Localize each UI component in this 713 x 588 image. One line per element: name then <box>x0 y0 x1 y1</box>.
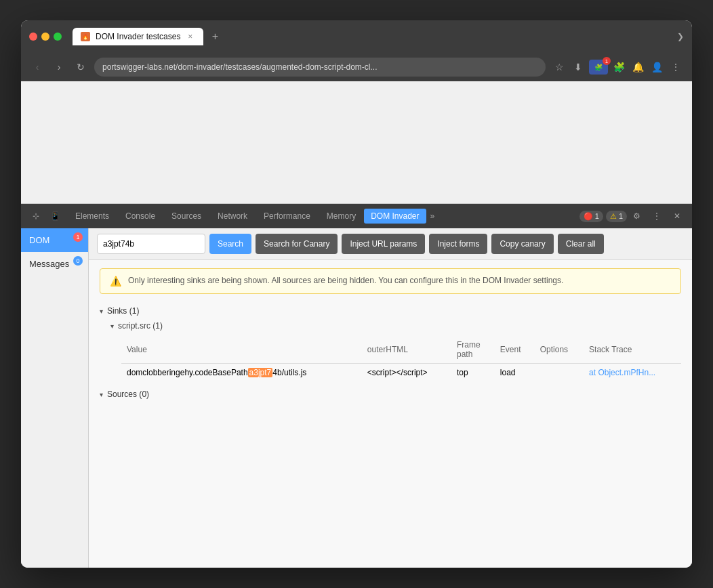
sidebar-item-messages[interactable]: Messages 0 <box>21 252 88 276</box>
forward-button[interactable]: › <box>51 59 67 75</box>
table-row[interactable]: domclobberingehy.codeBasePatha3jpt74b/ut… <box>121 364 681 382</box>
puzzle-icon-button[interactable]: 🧩 <box>611 59 627 75</box>
cell-frame-path: top <box>451 364 495 382</box>
messages-badge: 0 <box>73 256 83 266</box>
tab-elements[interactable]: Elements <box>67 207 117 225</box>
device-toolbar-button[interactable]: 📱 <box>45 207 64 226</box>
page-content <box>21 81 692 203</box>
controls-bar: Search Search for Canary Inject URL para… <box>89 228 692 260</box>
value-prefix: domclobberingehy.codeBasePath <box>127 368 248 377</box>
sidebar-item-dom[interactable]: DOM 1 <box>21 228 88 252</box>
tab-close-button[interactable]: ✕ <box>186 32 195 41</box>
browser-actions: ☆ ⬇ 🧩 1 🧩 🔔 👤 ⋮ <box>551 59 684 75</box>
browser-tab-active[interactable]: 🔥 DOM Invader testcases ✕ <box>73 28 203 45</box>
download-button[interactable]: ⬇ <box>570 59 586 75</box>
refresh-button[interactable]: ↻ <box>73 59 89 75</box>
error-badge[interactable]: 🔴 1 <box>579 211 603 222</box>
profile-button[interactable]: 👤 <box>649 59 665 75</box>
menu-button[interactable]: ⋮ <box>668 59 684 75</box>
sinks-table: Value outerHTML Framepath Event Options … <box>121 336 681 381</box>
tab-bar: 🔥 DOM Invader testcases ✕ + ❯ <box>73 28 684 45</box>
browser-window: 🔥 DOM Invader testcases ✕ + ❯ ‹ › ↻ ☆ ⬇ … <box>21 20 692 568</box>
sources-section: ▾ Sources (0) <box>100 387 681 402</box>
select-element-button[interactable]: ⊹ <box>26 207 45 226</box>
sinks-section: ▾ Sinks (1) ▾ script.src (1) <box>100 303 681 381</box>
main-content: ⚠️ Only interesting sinks are being show… <box>89 260 692 568</box>
address-input[interactable] <box>94 58 546 77</box>
inject-forms-button[interactable]: Inject forms <box>429 234 487 254</box>
col-value: Value <box>121 336 362 364</box>
tab-memory[interactable]: Memory <box>319 207 364 225</box>
col-outerhtml: outerHTML <box>362 336 451 364</box>
minimize-traffic-light[interactable] <box>41 33 49 41</box>
search-for-canary-button[interactable]: Search for Canary <box>256 234 338 254</box>
stack-trace-link[interactable]: at Object.mPfHn... <box>589 368 655 377</box>
sources-label: Sources (0) <box>107 390 149 399</box>
devtools-panel: ⊹ 📱 Elements Console Sources Network Per… <box>21 203 692 568</box>
sinks-subsection-arrow-icon: ▾ <box>110 322 114 330</box>
tab-performance[interactable]: Performance <box>256 207 319 225</box>
settings-button[interactable]: ⚙ <box>627 207 646 226</box>
value-highlight: a3jpt7 <box>248 368 273 377</box>
tab-console[interactable]: Console <box>117 207 163 225</box>
dom-badge: 1 <box>73 232 83 242</box>
value-suffix: 4b/utils.js <box>272 368 306 377</box>
extension-badge: 1 <box>603 57 611 65</box>
warning-text: Only interesting sinks are being shown. … <box>128 276 563 285</box>
devtools-badges: 🔴 1 ⚠ 1 <box>579 211 627 222</box>
copy-canary-button[interactable]: Copy canary <box>491 234 553 254</box>
close-devtools-button[interactable]: ✕ <box>668 207 687 226</box>
maximize-traffic-light[interactable] <box>54 33 62 41</box>
cell-value: domclobberingehy.codeBasePatha3jpt74b/ut… <box>121 364 362 382</box>
clear-all-button[interactable]: Clear all <box>558 234 604 254</box>
sinks-arrow-icon: ▾ <box>100 308 103 315</box>
cell-outerhtml: <script></script> <box>362 364 451 382</box>
search-button[interactable]: Search <box>209 234 251 254</box>
tab-network[interactable]: Network <box>209 207 256 225</box>
warning-badge-icon: ⚠ <box>610 212 617 221</box>
more-tabs-button[interactable]: » <box>426 211 439 221</box>
tab-dom-invader[interactable]: DOM Invader <box>364 209 426 224</box>
table-header-row: Value outerHTML Framepath Event Options … <box>121 336 681 364</box>
bookmark-button[interactable]: ☆ <box>551 59 567 75</box>
search-input[interactable] <box>97 234 205 254</box>
sinks-section-header[interactable]: ▾ Sinks (1) <box>100 303 681 318</box>
warning-badge-count: 1 <box>619 212 623 220</box>
warning-badge[interactable]: ⚠ 1 <box>606 211 627 222</box>
extension-button[interactable]: 🧩 1 <box>589 60 608 75</box>
devtools-sidebar: DOM 1 Messages 0 <box>21 228 89 568</box>
warning-banner: ⚠️ Only interesting sinks are being show… <box>100 268 681 294</box>
bell-icon-button[interactable]: 🔔 <box>630 59 646 75</box>
tab-sources[interactable]: Sources <box>163 207 209 225</box>
devtools-actions: ⚙ ⋮ ✕ <box>627 207 687 226</box>
devtools-toolbar: ⊹ 📱 Elements Console Sources Network Per… <box>21 204 692 228</box>
error-badge-icon: 🔴 <box>584 212 593 221</box>
cell-stack-trace: at Object.mPfHn... <box>584 364 681 382</box>
back-button[interactable]: ‹ <box>29 59 45 75</box>
address-bar: ‹ › ↻ ☆ ⬇ 🧩 1 🧩 🔔 👤 ⋮ <box>21 53 692 81</box>
more-options-button[interactable]: ⋮ <box>647 207 666 226</box>
sources-arrow-icon: ▾ <box>100 391 103 398</box>
tab-favicon: 🔥 <box>81 32 90 41</box>
tab-title: DOM Invader testcases <box>96 32 180 41</box>
sinks-subsection-header[interactable]: ▾ script.src (1) <box>100 318 681 333</box>
devtools-body: DOM 1 Messages 0 Search Search for Canar… <box>21 228 692 568</box>
devtools-tabs: Elements Console Sources Network Perform… <box>64 207 577 225</box>
devtools-main-panel: Search Search for Canary Inject URL para… <box>89 228 692 568</box>
sinks-label: Sinks (1) <box>107 306 139 316</box>
close-traffic-light[interactable] <box>29 33 37 41</box>
col-event: Event <box>495 336 535 364</box>
warning-icon: ⚠️ <box>110 276 121 287</box>
col-stack-trace: Stack Trace <box>584 336 681 364</box>
tab-overflow-button[interactable]: ❯ <box>677 32 684 41</box>
inject-url-params-button[interactable]: Inject URL params <box>342 234 425 254</box>
new-tab-button[interactable]: + <box>206 28 224 45</box>
sources-section-header[interactable]: ▾ Sources (0) <box>100 387 681 402</box>
sinks-subsection-label: script.src (1) <box>118 321 163 331</box>
error-badge-count: 1 <box>595 212 599 220</box>
cell-options <box>535 364 584 382</box>
col-frame-path: Framepath <box>451 336 495 364</box>
title-bar: 🔥 DOM Invader testcases ✕ + ❯ <box>21 20 692 53</box>
traffic-lights <box>29 33 62 41</box>
cell-event: load <box>495 364 535 382</box>
